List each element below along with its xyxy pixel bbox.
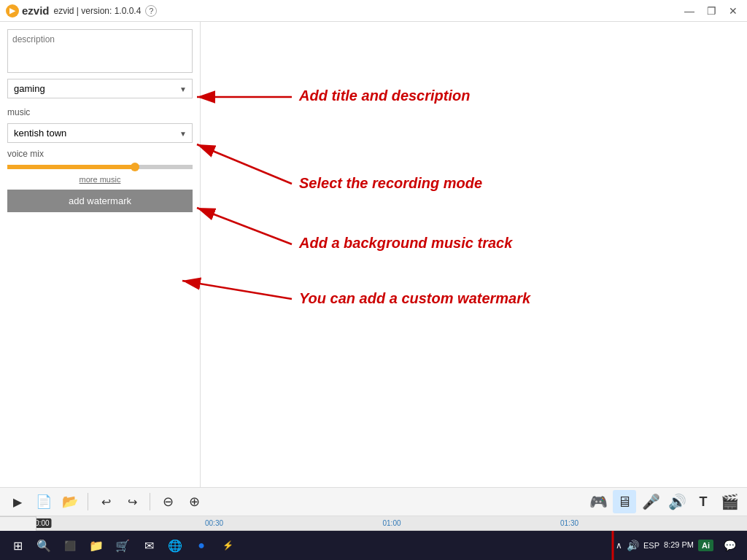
microphone-button[interactable]: 🎤 <box>639 490 662 513</box>
taskbar: ⊞ 🔍 ⬛ 📁 🛒 ✉ 🌐 ● ⚡ ∧ 🔊 ESP 8:29 PM Ai 💬 <box>0 531 747 560</box>
taskbar-language: ESP <box>643 541 659 550</box>
taskbar-right: ∧ 🔊 ESP 8:29 PM Ai 💬 <box>616 534 741 557</box>
restore-button[interactable]: ❐ <box>703 3 719 19</box>
taskbar-notification[interactable]: 💬 <box>718 534 741 557</box>
taskbar-mail[interactable]: ✉ <box>137 534 160 557</box>
voice-button[interactable]: 🔊 <box>665 490 689 513</box>
taskbar-time: 8:29 PM <box>664 540 694 551</box>
separator-1 <box>88 493 88 510</box>
minimize-button[interactable]: — <box>681 3 697 19</box>
ruler-mark-3: 01:30 <box>560 519 578 527</box>
more-music-link[interactable]: more music <box>7 175 193 184</box>
category-select-wrap: gaming education music sports tech <box>7 79 193 98</box>
taskbar-task-view[interactable]: ⬛ <box>58 534 82 557</box>
taskbar-clock[interactable]: 8:29 PM <box>664 540 694 551</box>
timeline-ruler: 00:00 00:30 01:00 01:30 <box>36 516 747 531</box>
taskbar-search-button[interactable]: 🔍 <box>32 534 55 557</box>
redo-button[interactable]: ↪ <box>120 490 144 513</box>
add-media-button[interactable]: 📄 <box>32 490 55 513</box>
play-button[interactable]: ▶ <box>6 490 29 513</box>
taskbar-file-explorer[interactable]: 📁 <box>85 534 108 557</box>
gamepad-button[interactable]: 🎮 <box>587 490 610 513</box>
screen-button[interactable]: 🖥 <box>613 490 636 513</box>
description-input[interactable] <box>7 29 193 73</box>
ruler-mark-0: 00:00 <box>36 518 52 528</box>
ruler-mark-2: 01:00 <box>382 519 400 527</box>
music-select-wrap: kentish town none ambient rock <box>7 123 193 143</box>
left-panel: gaming education music sports tech music… <box>0 22 201 487</box>
close-button[interactable]: ✕ <box>725 3 741 19</box>
category-select[interactable]: gaming education music sports tech <box>7 79 193 98</box>
taskbar-browser[interactable]: ● <box>190 534 213 557</box>
preview-area <box>201 22 747 487</box>
taskbar-up-arrow[interactable]: ∧ <box>616 540 622 551</box>
taskbar-windows-button[interactable]: ⊞ <box>6 534 29 557</box>
zoom-in-button[interactable]: ⊕ <box>182 490 206 513</box>
app-name: ezvid <box>22 4 50 17</box>
zoom-out-button[interactable]: ⊖ <box>156 490 179 513</box>
film-button[interactable]: 🎬 <box>718 490 741 513</box>
text-button[interactable]: T <box>692 490 715 513</box>
app-version: ezvid | version: 1.0.0.4 <box>54 6 142 16</box>
ruler-mark-1: 00:30 <box>205 519 223 527</box>
help-icon[interactable]: ? <box>145 5 157 17</box>
open-button[interactable]: 📂 <box>58 490 82 513</box>
taskbar-app[interactable]: ⚡ <box>216 534 239 557</box>
taskbar-edge[interactable]: 🌐 <box>163 534 187 557</box>
add-watermark-button[interactable]: add watermark <box>7 190 193 212</box>
logo-icon: ▶ <box>6 4 19 18</box>
title-bar: ▶ ezvid ezvid | version: 1.0.0.4 ? — ❐ ✕ <box>0 0 747 22</box>
ai-badge: Ai <box>698 540 713 551</box>
timeline-toolbar: ▶ 📄 📂 ↩ ↪ ⊖ ⊕ 🎮 🖥 🎤 🔊 T 🎬 <box>0 487 747 516</box>
taskbar-store[interactable]: 🛒 <box>111 534 134 557</box>
taskbar-volume-icon[interactable]: 🔊 <box>627 540 639 551</box>
music-label: music <box>7 107 193 117</box>
voice-mix-slider[interactable] <box>7 165 193 169</box>
separator-2 <box>150 493 150 510</box>
music-select[interactable]: kentish town none ambient rock <box>7 123 193 143</box>
app-logo: ▶ ezvid <box>6 4 50 18</box>
undo-button[interactable]: ↩ <box>94 490 117 513</box>
main-content: gaming education music sports tech music… <box>0 22 747 487</box>
window-controls[interactable]: — ❐ ✕ <box>681 3 741 19</box>
title-bar-left: ▶ ezvid ezvid | version: 1.0.0.4 ? <box>6 4 157 18</box>
voice-mix-label: voice mix <box>7 149 193 159</box>
